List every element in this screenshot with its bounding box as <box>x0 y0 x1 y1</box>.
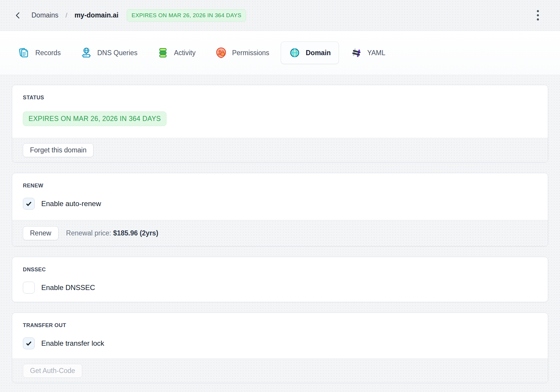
renew-card-title: RENEW <box>23 183 537 189</box>
back-button[interactable] <box>13 10 23 20</box>
kebab-dot <box>537 14 539 16</box>
renew-card: RENEW Enable auto-renew Renew Renewal pr… <box>12 173 548 246</box>
breadcrumb-separator: / <box>66 12 67 19</box>
status-card-title: STATUS <box>23 95 537 101</box>
tab-permissions[interactable]: Permissions <box>207 42 277 64</box>
dnssec-row: Enable DNSSEC <box>23 282 537 294</box>
tab-domain-active[interactable]: Domain <box>281 42 339 64</box>
forget-domain-button[interactable]: Forget this domain <box>23 143 93 157</box>
kebab-dot <box>537 10 539 12</box>
breadcrumb-current-domain: my-domain.ai <box>74 11 118 19</box>
kebab-dot <box>537 18 539 20</box>
checkmark-icon <box>25 200 32 207</box>
tab-activity[interactable]: Activity <box>149 42 204 64</box>
records-icon <box>18 47 30 59</box>
tab-dns-queries[interactable]: DNS Queries <box>72 42 145 64</box>
activity-icon <box>157 47 169 59</box>
kebab-menu-button[interactable] <box>533 9 543 22</box>
transfer-lock-row: Enable transfer lock <box>23 337 537 349</box>
auto-renew-label: Enable auto-renew <box>41 200 101 208</box>
domain-settings-panel: STATUS EXPIRES ON MAR 26, 2026 IN 364 DA… <box>0 75 560 383</box>
transfer-lock-checkbox[interactable] <box>23 337 35 349</box>
status-expiry-badge: EXPIRES ON MAR 26, 2026 IN 364 DAYS <box>23 111 166 126</box>
chevron-left-icon <box>14 11 23 20</box>
status-card: STATUS EXPIRES ON MAR 26, 2026 IN 364 DA… <box>12 85 548 162</box>
tab-label: Domain <box>306 49 331 57</box>
domain-tab-bar: Records DNS Queries Activity <box>0 31 560 75</box>
permissions-icon <box>215 47 227 59</box>
auto-renew-row: Enable auto-renew <box>23 198 537 210</box>
renew-button[interactable]: Renew <box>23 226 58 240</box>
breadcrumb-domains-link[interactable]: Domains <box>31 11 58 19</box>
dnssec-checkbox[interactable] <box>23 282 35 294</box>
auto-renew-checkbox[interactable] <box>23 198 35 210</box>
status-card-footer: Forget this domain <box>12 138 548 162</box>
get-auth-code-button[interactable]: Get Auth-Code <box>23 364 82 378</box>
dnssec-label: Enable DNSSEC <box>41 283 95 292</box>
tab-label: Records <box>35 49 61 57</box>
dns-queries-icon <box>80 47 92 59</box>
checkmark-icon <box>25 340 32 347</box>
dnssec-card: DNSSEC Enable DNSSEC <box>12 257 548 302</box>
transfer-out-card-footer: Get Auth-Code <box>12 358 548 383</box>
tab-records[interactable]: Records <box>10 42 69 64</box>
renewal-price-value: $185.96 (2yrs) <box>113 229 158 237</box>
header-expiry-badge: EXPIRES ON MAR 26, 2026 IN 364 DAYS <box>127 9 246 22</box>
renew-card-footer: Renew Renewal price: $185.96 (2yrs) <box>12 220 548 246</box>
renewal-price: Renewal price: $185.96 (2yrs) <box>66 229 158 237</box>
hash-icon <box>350 47 362 59</box>
transfer-out-card-title: TRANSFER OUT <box>23 322 537 329</box>
tab-yaml[interactable]: YAML <box>342 42 394 64</box>
tab-label: YAML <box>367 49 386 57</box>
renewal-price-label: Renewal price: <box>66 229 111 237</box>
tab-label: Permissions <box>232 49 269 57</box>
dnssec-card-title: DNSSEC <box>23 267 537 273</box>
transfer-out-card: TRANSFER OUT Enable transfer lock Get Au… <box>12 313 548 383</box>
transfer-lock-label: Enable transfer lock <box>41 339 104 348</box>
header-bar: Domains / my-domain.ai EXPIRES ON MAR 26… <box>0 0 560 31</box>
globe-icon <box>289 47 301 59</box>
tab-label: Activity <box>174 49 196 57</box>
tab-label: DNS Queries <box>97 49 137 57</box>
